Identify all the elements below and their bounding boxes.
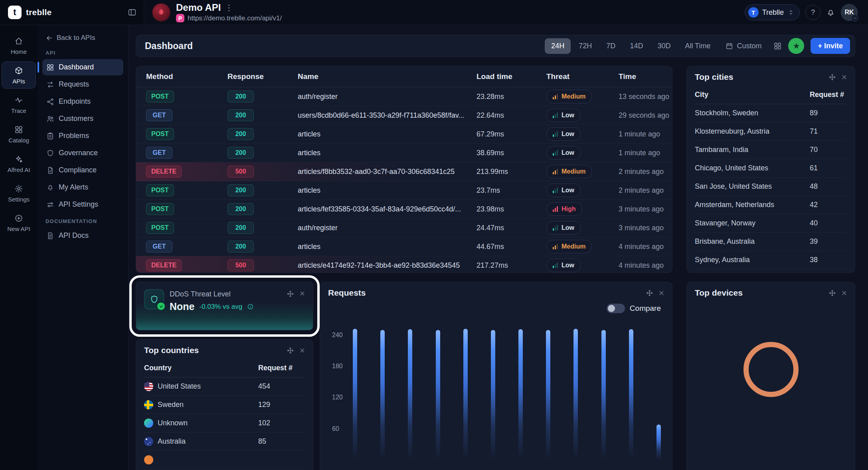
workspace-switcher[interactable]: T Treblle: [745, 4, 800, 20]
arrow-left-icon: [45, 34, 53, 42]
widget-move-button[interactable]: [828, 73, 836, 81]
favorite-button[interactable]: ★: [788, 38, 804, 54]
table-row[interactable]: POST 200 auth/register 23.28ms Medium: [136, 87, 672, 106]
sidebar-collapse-button[interactable]: [128, 8, 136, 17]
sidebar-item-api-settings[interactable]: API Settings: [42, 196, 123, 213]
list-item: Klosterneuburg, Austria 71: [695, 122, 847, 141]
help-button[interactable]: ?: [805, 5, 821, 20]
rail-item-trace[interactable]: Trace: [2, 91, 36, 118]
sidebar-item-endpoints[interactable]: Endpoints: [42, 93, 123, 110]
country-request-count: 129: [258, 401, 305, 409]
threat-cell: Low: [546, 146, 619, 160]
response-badge: 500: [227, 259, 254, 271]
time-range-tab[interactable]: All Time: [678, 38, 717, 54]
widget-actions: [287, 289, 306, 298]
invite-button[interactable]: + Invite: [811, 38, 850, 54]
time-range-tab[interactable]: 14D: [623, 38, 649, 54]
close-icon: [658, 290, 665, 296]
time-cell: 3 minutes ago: [619, 205, 664, 213]
list-item: Sweden 129: [144, 396, 305, 414]
sliders-icon: [46, 201, 54, 209]
catalog-icon: [14, 125, 23, 134]
rail-item-new-api[interactable]: New API: [2, 209, 36, 236]
table-row[interactable]: POST 200 articles 23.7ms Low: [136, 181, 672, 200]
city-name: Stockholm, Sweden: [695, 109, 810, 117]
time-range-tab[interactable]: 30D: [651, 38, 677, 54]
request-name-cell: articles: [298, 186, 477, 195]
sidebar-item-problems[interactable]: Problems: [42, 128, 123, 144]
time-range-tab[interactable]: 72H: [572, 38, 598, 54]
widget-close-button[interactable]: [841, 290, 848, 296]
ddos-delta: -0.03% vs avg: [200, 303, 243, 311]
back-to-apis-link[interactable]: Back to APIs: [42, 32, 123, 43]
table-column-header: Name: [298, 72, 477, 81]
time-range-tab[interactable]: 7D: [600, 38, 622, 54]
city-name: Amsterdam, Netherlands: [695, 201, 810, 209]
threat-bars-icon: [553, 131, 558, 137]
load-time-cell: 23.28ms: [477, 93, 546, 101]
table-row[interactable]: POST 200 articles 67.29ms Low: [136, 125, 672, 144]
sidebar-item-customers[interactable]: Customers: [42, 111, 123, 127]
table-row[interactable]: GET 200 articles 44.67ms Medium: [136, 237, 672, 256]
widget-close-button[interactable]: [658, 290, 665, 296]
notifications-button[interactable]: [826, 8, 835, 17]
table-column-header: Load time: [477, 72, 546, 81]
info-icon[interactable]: [247, 303, 254, 310]
rail-item-settings[interactable]: Settings: [2, 180, 36, 207]
widget-move-button[interactable]: [287, 290, 294, 298]
widget-move-button[interactable]: [646, 289, 653, 297]
compare-toggle[interactable]: [607, 304, 625, 313]
sidebar-item-requests[interactable]: Requests: [42, 76, 123, 93]
widget-move-button[interactable]: [287, 347, 294, 354]
sidebar-item-my-alerts[interactable]: My Alerts: [42, 179, 123, 196]
user-avatar[interactable]: RK: [841, 4, 858, 21]
rail-item-apis[interactable]: APIs: [2, 61, 36, 89]
method-cell: POST: [146, 91, 227, 103]
widget-close-button[interactable]: [299, 347, 306, 354]
cities-list: Stockholm, Sweden 89 Klosterneuburg, Aus…: [695, 104, 847, 269]
request-name-cell: articles/fef33585-0334-35af-83a4-929e6d5…: [298, 205, 477, 213]
rail-item-home[interactable]: Home: [2, 32, 36, 59]
table-row[interactable]: DELETE 500 articles/e4174e92-714e-3bb4-a…: [136, 256, 672, 273]
table-header-row: MethodResponseNameLoad timeThreatTime: [136, 66, 672, 87]
load-time-cell: 213.99ms: [477, 168, 546, 176]
table-row[interactable]: GET 200 articles 38.69ms Low: [136, 144, 672, 162]
method-badge: GET: [146, 241, 172, 253]
time-range-tab[interactable]: 24H: [545, 38, 571, 54]
widget-layout-button[interactable]: [773, 42, 782, 50]
widget-close-button[interactable]: [299, 290, 306, 298]
sidebar-item-governance[interactable]: Governance: [42, 145, 123, 161]
workspace-label: Treblle: [762, 8, 784, 17]
response-cell: 200: [227, 203, 298, 215]
threat-badge: Low: [546, 184, 581, 197]
table-row[interactable]: POST 200 auth/register 24.47ms Low: [136, 219, 672, 237]
request-name-cell: users/8cdb0d66-e611-3530-a29f-f711a360e5…: [298, 111, 477, 120]
table-row[interactable]: POST 200 articles/fef33585-0334-35af-83a…: [136, 200, 672, 219]
country-flag-icon: [144, 419, 153, 428]
document-icon: [46, 232, 54, 240]
table-row[interactable]: GET 200 users/8cdb0d66-e611-3530-a29f-f7…: [136, 106, 672, 125]
logo-mark-icon: t: [8, 6, 22, 19]
response-badge: 200: [227, 241, 254, 253]
widget-move-button[interactable]: [828, 289, 836, 297]
requests-plot: 60120180240: [332, 324, 662, 460]
widget-title: Top devices: [695, 288, 743, 298]
bell-icon: [46, 184, 54, 192]
widget-close-button[interactable]: [841, 74, 848, 81]
chart-bar: [546, 330, 550, 460]
list-item: [144, 451, 305, 469]
widget-title: Top countries: [144, 346, 199, 355]
custom-range-button[interactable]: Custom: [720, 38, 767, 54]
sidebar-item-dashboard[interactable]: Dashboard: [42, 59, 123, 75]
request-name-cell: auth/register: [298, 224, 477, 232]
api-menu-button[interactable]: ⋮: [225, 4, 233, 12]
time-range-tabs: 24H 72H 7D 14D 30D All Time: [545, 38, 717, 54]
rail-item-catalog[interactable]: Catalog: [2, 120, 36, 148]
sidebar-item-compliance[interactable]: Compliance: [42, 162, 123, 178]
sidebar-item-api-docs[interactable]: API Docs: [42, 227, 123, 244]
method-badge: GET: [146, 109, 172, 121]
table-row[interactable]: DELETE 500 articles/f8bb3532-aad0-3c7f-a…: [136, 162, 672, 181]
rail-item-alfred-ai[interactable]: Alfred AI: [2, 150, 36, 177]
app-logo[interactable]: t treblle: [8, 6, 51, 19]
chart-bar: [573, 329, 578, 460]
